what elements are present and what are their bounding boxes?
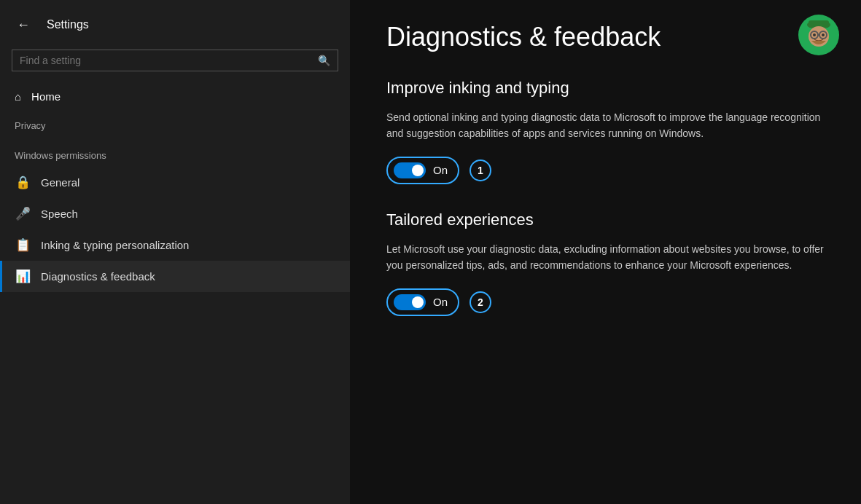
- clipboard-icon: 📋: [15, 237, 31, 253]
- toggle-tailored-label: On: [433, 296, 448, 308]
- search-box[interactable]: 🔍: [12, 50, 338, 71]
- microphone-icon: 🎤: [15, 206, 31, 221]
- sidebar-item-inking-label: Inking & typing personalization: [41, 239, 189, 251]
- avatar-image: [798, 15, 839, 55]
- home-label: Home: [31, 90, 61, 103]
- toggle-tailored[interactable]: [394, 294, 426, 310]
- section-inking: Improve inking and typing Send optional …: [386, 79, 825, 184]
- sidebar-item-speech-label: Speech: [41, 208, 78, 220]
- svg-point-7: [822, 34, 825, 36]
- badge-1: 1: [470, 160, 491, 181]
- sidebar-title: Settings: [47, 18, 89, 31]
- section-tailored-title: Tailored experiences: [386, 210, 825, 229]
- home-icon: ⌂: [15, 90, 21, 103]
- svg-point-6: [813, 34, 816, 36]
- toggle-row-inking: On 1: [386, 157, 825, 184]
- sidebar-item-speech[interactable]: 🎤 Speech: [0, 198, 350, 229]
- toggle-outline-inking: On: [386, 157, 459, 184]
- windows-permissions-label: Windows permissions: [0, 137, 350, 167]
- lock-icon: 🔒: [15, 175, 31, 190]
- sidebar-item-inking[interactable]: 📋 Inking & typing personalization: [0, 229, 350, 261]
- sidebar-item-diagnostics[interactable]: 📊 Diagnostics & feedback: [0, 261, 350, 292]
- badge-2: 2: [470, 291, 491, 313]
- section-tailored-desc: Let Microsoft use your diagnostic data, …: [386, 241, 825, 274]
- toggle-inking-label: On: [433, 164, 448, 176]
- avatar: [798, 15, 839, 55]
- main-content: Diagnostics & feedback Improve inking an…: [350, 0, 861, 504]
- sidebar: ← Settings 🔍 ⌂ Home Privacy Windows perm…: [0, 0, 350, 504]
- search-input[interactable]: [20, 55, 318, 66]
- diagnostics-icon: 📊: [15, 269, 31, 284]
- toggle-row-tailored: On 2: [386, 288, 825, 316]
- section-inking-title: Improve inking and typing: [386, 79, 825, 98]
- sidebar-item-general-label: General: [41, 176, 79, 189]
- sidebar-item-general[interactable]: 🔒 General: [0, 167, 350, 198]
- sidebar-item-diagnostics-label: Diagnostics & feedback: [41, 270, 155, 283]
- home-nav-item[interactable]: ⌂ Home: [0, 83, 350, 110]
- toggle-inking[interactable]: [394, 162, 426, 178]
- search-icon: 🔍: [318, 55, 330, 66]
- privacy-section-label: Privacy: [0, 110, 350, 137]
- section-tailored: Tailored experiences Let Microsoft use y…: [386, 210, 825, 316]
- sidebar-header: ← Settings: [0, 0, 350, 47]
- toggle-outline-tailored: On: [386, 288, 459, 316]
- back-button[interactable]: ←: [12, 13, 35, 36]
- section-inking-desc: Send optional inking and typing diagnost…: [386, 109, 825, 142]
- page-title: Diagnostics & feedback: [386, 22, 825, 52]
